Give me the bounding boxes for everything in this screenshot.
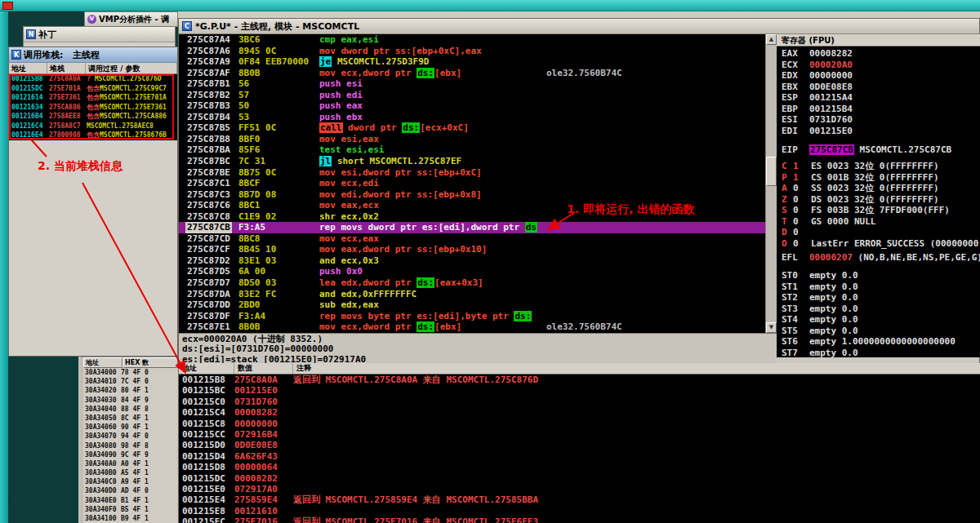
disassembly-row[interactable]: 275C87B5FF51 0Ccall dword ptr ds:[ecx+0x… bbox=[179, 122, 765, 134]
disassembly-scrollbar[interactable]: ▲ ▼ bbox=[765, 34, 777, 333]
disassembly-rows[interactable]: 275C87A43BC6cmp eax,esi275C87A68945 0Cmo… bbox=[179, 34, 765, 333]
dump-row[interactable]: 30A340E0B1 4F 1 bbox=[85, 496, 178, 505]
disassembly-row[interactable]: 275C87C18BCFmov ecx,edi bbox=[179, 178, 765, 189]
flag-value: 0 bbox=[793, 194, 811, 206]
stack-row[interactable]: 001215E4275859E4返回到 MSCOMCTL.275859E4 来自… bbox=[179, 494, 980, 505]
fpu-value: empty 0.0 bbox=[809, 314, 858, 325]
dump-row[interactable]: 30A340C0A9 4F 1 bbox=[85, 477, 178, 486]
dump-row[interactable]: 30A3404088 4F 8 bbox=[85, 405, 178, 414]
disassembly-row[interactable]: 275C87B88BF0mov esi,eax bbox=[179, 134, 765, 145]
register-row[interactable]: EDI001215E0 bbox=[782, 126, 853, 137]
scroll-up-icon[interactable]: ▲ bbox=[766, 34, 777, 45]
instruction-bytes: 8B45 10 bbox=[238, 244, 276, 255]
patch-window-titlebar[interactable]: N 补丁 bbox=[24, 27, 175, 42]
register-row[interactable]: ECX000020A0 bbox=[782, 60, 853, 71]
vmp-plugin-window-titlebar[interactable]: V VMP分析插件 - 调 bbox=[84, 11, 178, 27]
app-icon-red[interactable] bbox=[2, 2, 13, 10]
stack-row[interactable]: 001215C00731D760 bbox=[179, 397, 980, 407]
stack-row[interactable]: 001215D00D0E08E8 bbox=[179, 440, 980, 450]
stack-row[interactable]: 001215CC072916B4 bbox=[179, 429, 980, 440]
disassembly-row[interactable]: 275C87C38B7D 08mov edi,dword ptr ss:[ebp… bbox=[179, 189, 765, 201]
disassembly-row[interactable]: 275C87A43BC6cmp eax,esi bbox=[179, 34, 765, 46]
dump-row[interactable]: 30A340A0A0 4F 1 bbox=[85, 459, 178, 468]
instruction-bytes: 8B0B bbox=[238, 68, 261, 79]
dump-row[interactable]: 30A340909C 4F 9 bbox=[85, 450, 178, 459]
flag-name: P bbox=[782, 172, 793, 184]
patch-window-title: 补丁 bbox=[38, 29, 56, 41]
disassembly-row[interactable]: 275C87CBF3:A5rep movs dword ptr es:[edi]… bbox=[179, 222, 765, 233]
register-row[interactable]: ESP001215A4 bbox=[782, 92, 853, 104]
segment-info: GS 0000 NULL bbox=[811, 216, 875, 227]
stack-row[interactable]: 001215D800000064 bbox=[179, 462, 980, 472]
disassembly-row[interactable]: 275C87BE8B75 0Cmov esi,dword ptr ss:[ebp… bbox=[179, 167, 765, 179]
dump-col-address[interactable]: 地址 bbox=[83, 357, 122, 368]
dump-row[interactable]: 30A3400078 4F 0 bbox=[85, 368, 178, 377]
register-value: 000020A0 bbox=[809, 60, 853, 70]
dump-address: 30A340F0 bbox=[85, 505, 121, 514]
disassembly-row[interactable]: 275C87DFF3:A4rep movs byte ptr es:[edi],… bbox=[179, 311, 765, 322]
instruction-text: and ecx,0x3 bbox=[319, 255, 379, 267]
scroll-down-icon[interactable]: ▼ bbox=[766, 322, 777, 333]
stack-col-address[interactable]: 地址 bbox=[179, 363, 234, 374]
disassembly-row[interactable]: 275C87B453push ebx bbox=[179, 112, 765, 123]
disassembly-row[interactable]: 275C87A90F84 EEB70000je MSCOMCTL.275D3F9… bbox=[179, 56, 765, 68]
stack-row[interactable]: 001215DC00008282 bbox=[179, 473, 980, 484]
dump-row[interactable]: 30A3406090 4F 1 bbox=[85, 423, 178, 432]
stack-row[interactable]: 001215B8275C8A0A返回到 MSCOMCTL.275C8A0A 来自… bbox=[179, 375, 980, 385]
dump-row[interactable]: 30A3407094 4F 0 bbox=[85, 432, 178, 441]
register-row[interactable]: EAX00008282 bbox=[782, 48, 853, 60]
disassembly-row[interactable]: 275C87BC7C 31jl short MSCOMCTL.275C87EF bbox=[179, 156, 765, 167]
register-row[interactable]: EBX0D0E08E8 bbox=[782, 82, 853, 93]
cpu-window[interactable]: C *G.P.U* - 主线程, 模块 - MSCOMCTL 275C87A43… bbox=[178, 18, 980, 523]
dump-row[interactable]: 30A34100B9 4F 1 bbox=[85, 514, 178, 523]
memory-dump-window[interactable]: 地址 HEX 数 30A3400078 4F 030A340107C 4F 03… bbox=[78, 357, 178, 523]
dump-row[interactable]: 30A340B0A5 4F 1 bbox=[85, 468, 178, 477]
dump-address: 30A34020 bbox=[85, 386, 121, 395]
disassembly-row[interactable]: 275C87BA85F6test esi,esi bbox=[179, 144, 765, 156]
dump-row[interactable]: 30A340107C 4F 0 bbox=[85, 377, 178, 386]
stack-row[interactable]: 001215EC275E7016返回到 MSCOMCTL.275E7016 来自… bbox=[179, 516, 980, 523]
register-row[interactable]: EDX00000000 bbox=[782, 70, 853, 82]
stack-row[interactable]: 001215E0072917A0 bbox=[179, 484, 980, 494]
dump-row[interactable]: 30A340F0B5 4F 1 bbox=[85, 505, 178, 514]
scrollbar-thumb[interactable] bbox=[766, 157, 777, 186]
dump-row[interactable]: 30A340D0AD 4F 0 bbox=[85, 486, 178, 495]
disassembly-row[interactable]: 275C87AF8B0Bmov ecx,dword ptr ds:[ebx]ol… bbox=[179, 68, 765, 79]
disassembly-row[interactable]: 275C87D78D50 03lea edx,dword ptr ds:[eax… bbox=[179, 277, 765, 289]
dump-row[interactable]: 30A3403084 4F 9 bbox=[85, 396, 178, 405]
register-row[interactable]: ESI0731D760 bbox=[782, 114, 853, 126]
stack-col-value[interactable]: 数值 bbox=[234, 363, 293, 374]
disassembly-row[interactable]: 275C87CF8B45 10mov eax,dword ptr ss:[ebp… bbox=[179, 244, 765, 255]
stack-col-comment[interactable]: 注释 bbox=[293, 363, 980, 374]
disassembly-row[interactable]: 275C87B156push esi bbox=[179, 78, 765, 90]
registers-pane[interactable]: 寄存器 (FPU) EAX00008282ECX000020A0EDX00000… bbox=[777, 34, 980, 357]
disassembly-row[interactable]: 275C87DA83E2 FCand edx,0xFFFFFFFC bbox=[179, 289, 765, 300]
stack-row[interactable]: 001215BC001215E0 bbox=[179, 385, 980, 396]
disassembly-row[interactable]: 275C87B350push eax bbox=[179, 100, 765, 112]
disassembly-row[interactable]: 275C87B257push edi bbox=[179, 90, 765, 101]
register-eip[interactable]: EIP275C87CB MSCOMCTL.275C87CB bbox=[782, 144, 951, 156]
disassembly-row[interactable]: 275C87E18B0Bmov ecx,dword ptr ds:[ebx]ol… bbox=[179, 321, 765, 333]
callstack-col-procedure[interactable]: 调用过程 / 参数 bbox=[86, 63, 177, 73]
register-row[interactable]: EBP001215B4 bbox=[782, 104, 853, 115]
disassembly-row[interactable]: 275C87D283E1 03and ecx,0x3 bbox=[179, 255, 765, 267]
desktop-titlebar[interactable] bbox=[0, 0, 980, 11]
cpu-window-title: *G.P.U* - 主线程, 模块 - MSCOMCTL bbox=[195, 20, 359, 33]
disassembly-row[interactable]: 275C87A68945 0Cmov dword ptr ss:[ebp+0xC… bbox=[179, 46, 765, 57]
disassembly-row[interactable]: 275C87D56A 00push 0x0 bbox=[179, 266, 765, 277]
callstack-col-address[interactable]: 地址 bbox=[9, 63, 47, 73]
dump-row[interactable]: 30A3402080 4F 1 bbox=[85, 386, 178, 395]
stack-row[interactable]: 001215C800000000 bbox=[179, 419, 980, 429]
callstack-window-titlebar[interactable]: K 调用堆栈: 主线程 bbox=[9, 47, 177, 63]
dump-row[interactable]: 30A3408098 4F 8 bbox=[85, 441, 178, 450]
stack-row[interactable]: 001215E800121610 bbox=[179, 506, 980, 516]
stack-row[interactable]: 001215D46A626F43 bbox=[179, 451, 980, 462]
stack-pane[interactable]: 地址 数值 注释 001215B8275C8A0A返回到 MSCOMCTL.27… bbox=[179, 363, 980, 523]
stack-row[interactable]: 001215C400008282 bbox=[179, 407, 980, 418]
dump-row[interactable]: 30A340508C 4F 1 bbox=[85, 414, 178, 423]
dump-col-hex[interactable]: HEX 数 bbox=[122, 357, 178, 368]
disassembly-row[interactable]: 275C87CD8BC8mov ecx,eax bbox=[179, 233, 765, 245]
callstack-col-stack[interactable]: 堆栈 bbox=[47, 63, 86, 73]
cpu-window-titlebar[interactable]: C *G.P.U* - 主线程, 模块 - MSCOMCTL bbox=[179, 19, 979, 34]
disassembly-row[interactable]: 275C87DD2BD0sub edx,eax bbox=[179, 299, 765, 311]
